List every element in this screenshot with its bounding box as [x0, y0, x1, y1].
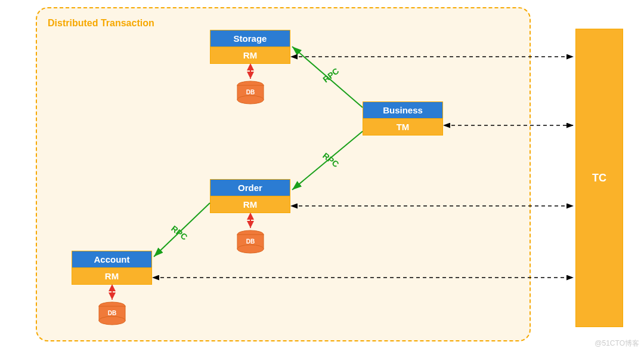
- watermark: @51CTO博客: [595, 338, 639, 349]
- service-order-name: Order: [210, 179, 290, 196]
- service-account: Account RM: [72, 251, 152, 285]
- service-account-name: Account: [72, 251, 152, 268]
- service-storage-role: RM: [210, 47, 290, 64]
- svg-point-8: [99, 316, 125, 325]
- service-business-role: TM: [363, 119, 443, 136]
- service-order: Order RM: [210, 179, 290, 213]
- diagram-canvas: Distributed Transaction Storage RM DB Bu…: [0, 0, 644, 351]
- account-db: DB: [97, 301, 127, 325]
- account-db-label: DB: [97, 310, 127, 316]
- order-db-label: DB: [236, 238, 265, 245]
- storage-db: DB: [236, 81, 265, 104]
- service-business: Business TM: [363, 101, 443, 136]
- tc-label: TC: [592, 172, 606, 184]
- order-db: DB: [236, 230, 265, 254]
- service-business-name: Business: [363, 101, 443, 119]
- svg-point-5: [237, 245, 264, 253]
- svg-point-2: [237, 96, 264, 104]
- service-storage-name: Storage: [210, 30, 290, 47]
- service-storage: Storage RM: [210, 30, 290, 64]
- service-account-role: RM: [72, 268, 152, 285]
- storage-db-label: DB: [236, 89, 265, 96]
- tc-coordinator: TC: [575, 29, 623, 327]
- diagram-title: Distributed Transaction: [48, 18, 154, 29]
- service-order-role: RM: [210, 196, 290, 213]
